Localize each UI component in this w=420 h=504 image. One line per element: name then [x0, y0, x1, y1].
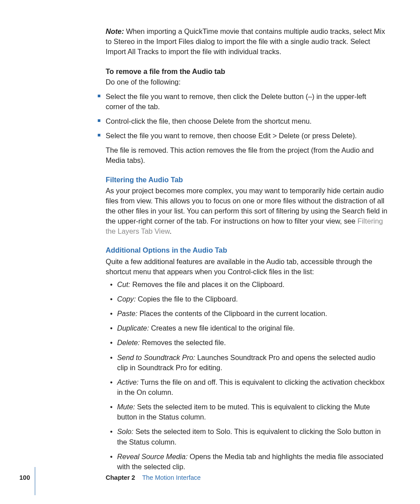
filtering-body: As your project becomes more complex, yo… — [106, 186, 387, 237]
list-item: Cut: Removes the file and places it on t… — [110, 280, 387, 290]
option-term: Delete: — [117, 338, 140, 346]
option-term: Copy: — [117, 295, 136, 303]
note-label: Note: — [106, 27, 124, 35]
filtering-text: As your project becomes more complex, yo… — [106, 187, 387, 225]
note-text: When importing a QuickTime movie that co… — [106, 27, 385, 55]
list-item: Copy: Copies the file to the Clipboard. — [110, 294, 387, 304]
remove-result: The file is removed. This action removes… — [106, 145, 387, 166]
option-term: Reveal Source Media: — [117, 452, 188, 460]
filtering-period: . — [169, 227, 172, 235]
option-desc: Removes the selected file. — [142, 338, 226, 346]
option-desc: Sets the selected item to Solo. This is … — [117, 427, 381, 445]
list-item: Duplicate: Creates a new file identical … — [110, 323, 387, 333]
list-item: Paste: Places the contents of the Clipbo… — [110, 309, 387, 319]
option-term: Solo: — [117, 427, 133, 435]
page-content: Note: When importing a QuickTime movie t… — [106, 26, 387, 476]
list-item: Reveal Source Media: Opens the Media tab… — [110, 452, 387, 472]
list-item: Solo: Sets the selected item to Solo. Th… — [110, 427, 387, 447]
option-term: Send to Soundtrack Pro: — [117, 353, 195, 361]
option-desc: Sets the selected item to be muted. This… — [117, 403, 370, 421]
chapter-title: The Motion Interface — [142, 474, 201, 481]
list-item: Control-click the file, then choose Dele… — [98, 116, 387, 126]
option-desc: Turns the file on and off. This is equiv… — [117, 378, 385, 396]
chapter-number: Chapter 2 — [106, 474, 135, 481]
option-term: Paste: — [117, 309, 137, 317]
additional-intro: Quite a few additional features are avai… — [106, 257, 387, 277]
chapter-label: Chapter 2 The Motion Interface — [106, 473, 201, 482]
remove-lead: Do one of the following: — [106, 77, 387, 87]
option-term: Cut: — [117, 280, 130, 288]
option-desc: Removes the file and places it on the Cl… — [132, 280, 284, 288]
list-item: Mute: Sets the selected item to be muted… — [110, 402, 387, 422]
option-desc: Copies the file to the Clipboard. — [138, 295, 238, 303]
filtering-heading: Filtering the Audio Tab — [106, 175, 387, 185]
remove-steps-list: Select the file you want to remove, then… — [98, 92, 387, 166]
footer-rule — [35, 467, 35, 495]
option-term: Duplicate: — [117, 324, 149, 332]
option-term: Active: — [117, 378, 139, 386]
remove-heading: To remove a file from the Audio tab — [106, 66, 387, 77]
list-item-text: Select the file you want to remove, then… — [106, 132, 357, 140]
option-desc: Creates a new file identical to the orig… — [151, 324, 295, 332]
note-paragraph: Note: When importing a QuickTime movie t… — [106, 26, 387, 57]
list-item: Delete: Removes the selected file. — [110, 338, 387, 348]
option-term: Mute: — [117, 403, 135, 411]
option-desc: Places the contents of the Clipboard in … — [140, 309, 327, 317]
list-item: Active: Turns the file on and off. This … — [110, 377, 387, 397]
additional-heading: Additional Options in the Audio Tab — [106, 245, 387, 255]
page-footer: 100 Chapter 2 The Motion Interface — [0, 473, 420, 486]
list-item: Send to Soundtrack Pro: Launches Soundtr… — [110, 353, 387, 373]
list-item: Select the file you want to remove, then… — [98, 92, 387, 112]
additional-options-list: Cut: Removes the file and places it on t… — [110, 280, 387, 472]
page-number: 100 — [19, 473, 30, 482]
list-item: Select the file you want to remove, then… — [98, 131, 387, 166]
